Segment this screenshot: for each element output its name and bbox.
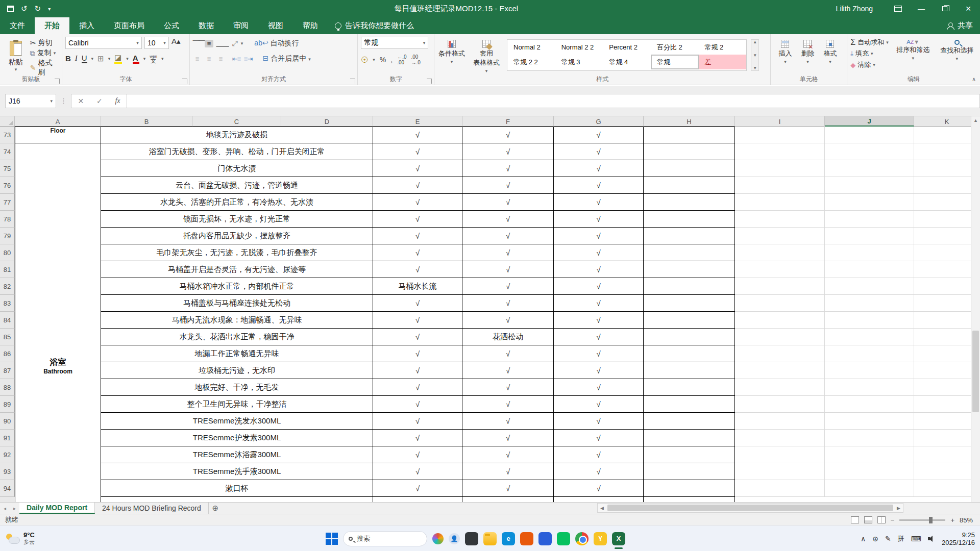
cell-j-87[interactable] (825, 362, 914, 379)
delete-cells-button[interactable]: 删除▾ (796, 37, 819, 76)
cell-a-91[interactable] (15, 430, 101, 446)
cell-g-89[interactable]: √ (554, 396, 644, 413)
row-header-92[interactable]: 92 (0, 446, 15, 463)
account-name[interactable]: Lilith Zhong (836, 5, 873, 13)
decrease-decimal-icon[interactable]: .00→.0 (411, 54, 420, 65)
cell-h-77[interactable] (644, 194, 735, 211)
taskbar-search-box[interactable]: 搜索 (343, 531, 427, 546)
cell-f-88[interactable]: √ (462, 379, 554, 396)
cell-j-81[interactable] (825, 261, 914, 278)
cell-e-73[interactable]: √ (373, 127, 462, 143)
cell-a-76[interactable] (15, 177, 101, 194)
page-break-view-icon[interactable] (877, 516, 886, 523)
cell-j-75[interactable] (825, 160, 914, 177)
taskbar-app-file-explorer[interactable] (483, 532, 497, 545)
scroll-up-icon[interactable]: ▲ (971, 116, 980, 124)
cell-f-86[interactable]: √ (462, 345, 554, 362)
cell-f-77[interactable]: √ (462, 194, 554, 211)
cell-g-75[interactable]: √ (554, 160, 644, 177)
formula-bar-splitter[interactable]: ⋮ (60, 97, 67, 105)
taskbar-app-excel[interactable]: X (612, 532, 625, 545)
cell-k-89[interactable] (914, 396, 980, 413)
column-header-A[interactable]: A (15, 116, 101, 127)
column-header-E[interactable]: E (373, 116, 462, 127)
taskbar-app-app-green[interactable] (557, 532, 570, 545)
format-as-table-button[interactable]: 套用 表格格式▾ (470, 37, 503, 76)
cell-i-93[interactable] (735, 463, 825, 480)
cell-h-79[interactable] (644, 228, 735, 244)
sheet-nav-right-icon[interactable]: ▸ (10, 503, 19, 514)
cell-e-85[interactable]: √ (373, 329, 462, 345)
cell-a-90[interactable] (15, 413, 101, 430)
taskbar-app-app-blue[interactable] (538, 532, 552, 545)
bold-button[interactable]: B (65, 54, 71, 63)
horizontal-scrollbar[interactable]: ◀ ▶ (597, 503, 903, 513)
wrap-text-button[interactable]: ab↩ 自动换行 (254, 39, 299, 48)
row-header-82[interactable]: 82 (0, 278, 15, 295)
cell-j-82[interactable] (825, 278, 914, 295)
cell-i-91[interactable] (735, 430, 825, 446)
cell-j-88[interactable] (825, 379, 914, 396)
number-dialog-launcher[interactable] (427, 79, 432, 84)
cell-e-74[interactable]: √ (373, 143, 462, 160)
column-header-B[interactable]: B (101, 116, 192, 127)
row-header-90[interactable]: 90 (0, 413, 15, 430)
cell-item-93[interactable]: TRESemme洗手液300ML (101, 463, 373, 480)
increase-indent-icon[interactable]: ≡⇥ (244, 55, 253, 63)
cell-h-84[interactable] (644, 312, 735, 329)
new-sheet-button[interactable]: ⊕ (209, 503, 222, 514)
column-header-F[interactable]: F (462, 116, 554, 127)
ribbon-tab-开始[interactable]: 开始 (35, 17, 69, 34)
cell-a-89[interactable] (15, 396, 101, 413)
ribbon-tab-公式[interactable]: 公式 (154, 17, 189, 34)
cell-j-84[interactable] (825, 312, 914, 329)
styles-gallery-scroll[interactable]: ▲▼▼ (751, 39, 759, 71)
cell-item-90[interactable]: TRESemme洗发水300ML (101, 413, 373, 430)
row-header-75[interactable]: 75 (0, 160, 15, 177)
cell-k-88[interactable] (914, 379, 980, 396)
cell-e-81[interactable]: √ (373, 261, 462, 278)
cell-f-91[interactable]: √ (462, 430, 554, 446)
cell-g-91[interactable]: √ (554, 430, 644, 446)
cell-f-92[interactable]: √ (462, 446, 554, 463)
cell-item-78[interactable]: 镜面无损坏，无水迹，灯光正常 (101, 211, 373, 228)
cell-k-93[interactable] (914, 463, 980, 480)
cell-a-78[interactable] (15, 211, 101, 228)
cell-j-83[interactable] (825, 295, 914, 312)
cell-i-84[interactable] (735, 312, 825, 329)
cell-item-84[interactable]: 马桶内无流水现象：地漏畅通、无异味 (101, 312, 373, 329)
cell-j-85[interactable] (825, 329, 914, 345)
find-select-button[interactable]: 查找和选择▾ (938, 37, 976, 70)
cell-j-74[interactable] (825, 143, 914, 160)
cell-a-93[interactable] (15, 463, 101, 480)
cell-style-chip[interactable]: 百分比 2 (651, 40, 699, 55)
cell-g-87[interactable]: √ (554, 362, 644, 379)
cell-item-77[interactable]: 水龙头、活塞的开启正常，有冷热水、无水渍 (101, 194, 373, 211)
cell-k-87[interactable] (914, 362, 980, 379)
ribbon-tab-插入[interactable]: 插入 (69, 17, 104, 34)
cell-j-78[interactable] (825, 211, 914, 228)
font-dialog-launcher[interactable] (182, 79, 187, 84)
cell-a-88[interactable] (15, 379, 101, 396)
cell-k-77[interactable] (914, 194, 980, 211)
zoom-slider[interactable] (899, 519, 945, 521)
comma-style-icon[interactable]: , (390, 56, 393, 64)
cell-f-84[interactable]: √ (462, 312, 554, 329)
cell-style-chip[interactable]: 常规 (651, 55, 699, 69)
cell-a-73[interactable]: Floor (15, 127, 101, 143)
cell-h-89[interactable] (644, 396, 735, 413)
cell-e-75[interactable]: √ (373, 160, 462, 177)
row-header-91[interactable]: 91 (0, 430, 15, 446)
share-button[interactable]: 共享 (947, 17, 973, 34)
minimize-button[interactable]: — (910, 0, 933, 17)
cell-h-83[interactable] (644, 295, 735, 312)
cell-i-82[interactable] (735, 278, 825, 295)
cell-k-76[interactable] (914, 177, 980, 194)
row-header-74[interactable]: 74 (0, 143, 15, 160)
cell-k-85[interactable] (914, 329, 980, 345)
cell-f-79[interactable]: √ (462, 228, 554, 244)
decrease-indent-icon[interactable]: ⇤≡ (232, 55, 241, 63)
conditional-formatting-button[interactable]: 条件格式▾ (437, 37, 466, 76)
row-header-77[interactable]: 77 (0, 194, 15, 211)
cell-g-76[interactable]: √ (554, 177, 644, 194)
